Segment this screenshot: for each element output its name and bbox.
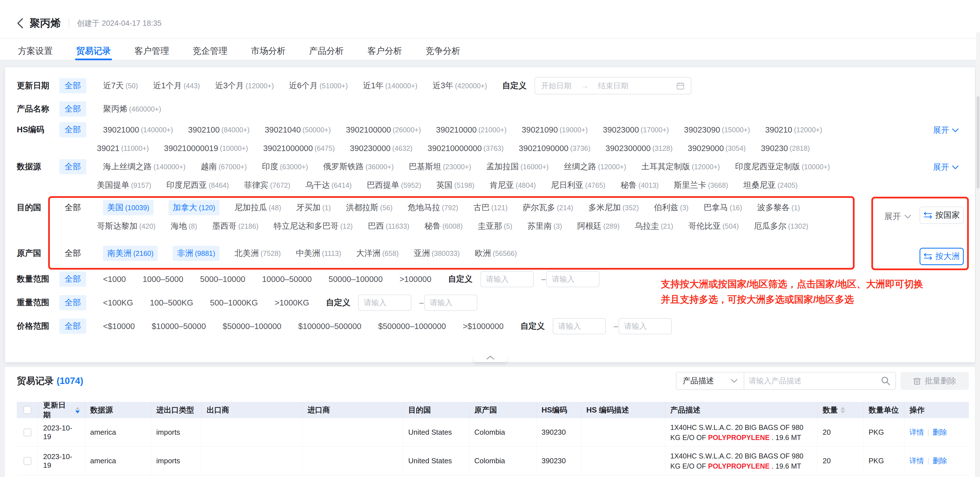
filter-option[interactable]: 390230(2818) xyxy=(761,144,810,153)
filter-option[interactable]: <100KG xyxy=(103,298,135,308)
switch-by-continent-button[interactable]: 按大洲 xyxy=(920,248,964,265)
filter-option[interactable]: 萨尔瓦多(214) xyxy=(523,202,573,213)
filter-option[interactable]: 乌拉圭(21) xyxy=(635,220,673,232)
filter-option[interactable]: 1000–5000 xyxy=(143,274,185,284)
filter-option[interactable]: 近7天(50) xyxy=(103,80,138,91)
tab-competition-analysis[interactable]: 竞争分析 xyxy=(425,42,461,60)
filter-option[interactable]: 印度(63000+) xyxy=(262,161,308,172)
filter-all-chip[interactable]: 全部 xyxy=(59,200,86,215)
filter-option[interactable]: 390230000(4632) xyxy=(350,144,412,153)
filter-option[interactable]: 39021000000(6475) xyxy=(263,144,335,153)
filter-all-chip[interactable]: 全部 xyxy=(59,159,86,174)
filter-option[interactable]: 印度尼西亚定制版(10000+) xyxy=(735,161,830,172)
filter-option[interactable]: 100–500KG xyxy=(150,298,195,308)
detail-link[interactable]: 详情 xyxy=(910,428,924,437)
filter-option[interactable]: 39021090000(3736) xyxy=(519,144,590,153)
custom-range-label[interactable]: 自定义 xyxy=(448,274,473,285)
filter-option[interactable]: 39021(11000+) xyxy=(97,144,149,153)
filter-option[interactable]: 39023000(17000+) xyxy=(603,125,669,134)
filter-option[interactable]: 坦桑尼亚(2405) xyxy=(743,180,798,191)
filter-all-chip[interactable]: 全部 xyxy=(59,78,86,93)
filter-option[interactable]: 洪都拉斯(56) xyxy=(346,202,393,213)
filter-option[interactable]: 哥伦比亚(504) xyxy=(688,220,739,232)
destination-expand-link[interactable]: 展开 xyxy=(884,211,911,222)
filter-option[interactable]: 伯利兹(3) xyxy=(654,202,689,213)
quantity-min-input[interactable] xyxy=(480,271,534,287)
filter-option[interactable]: 菲律宾(7672) xyxy=(244,180,290,191)
filter-option[interactable]: 土耳其定制版(12000+) xyxy=(641,161,720,172)
filter-option[interactable]: <$10000 xyxy=(103,322,137,331)
filter-option[interactable]: 海地(8) xyxy=(170,220,197,232)
filter-option[interactable]: 非洲(9881) xyxy=(173,246,219,261)
search-icon[interactable] xyxy=(881,376,890,386)
filter-option[interactable]: 危地马拉(792) xyxy=(408,202,458,213)
filter-option[interactable]: 巴西提单(5952) xyxy=(367,180,421,191)
filter-option[interactable]: 390210000019(10000+) xyxy=(164,144,248,153)
filter-option[interactable]: 390210000000(3763) xyxy=(428,144,504,153)
filter-option[interactable]: 39029000(3054) xyxy=(688,144,746,153)
filter-option[interactable]: 阿根廷(289) xyxy=(577,220,619,232)
filter-option[interactable]: 聚丙烯(460000+) xyxy=(103,104,161,115)
tab-market-analysis[interactable]: 市场分析 xyxy=(250,42,287,60)
filter-option[interactable]: 39023090(15000+) xyxy=(684,125,750,134)
filter-option[interactable]: 俄罗斯铁路(36000+) xyxy=(323,161,394,172)
filter-option[interactable]: 墨西哥(2186) xyxy=(212,220,258,232)
filter-option[interactable]: 5000–10000 xyxy=(200,274,247,284)
row-checkbox[interactable] xyxy=(24,457,31,465)
tab-trade-records[interactable]: 贸易记录 xyxy=(75,42,112,60)
filter-all-chip[interactable]: 全部 xyxy=(59,271,86,287)
filter-option[interactable]: 厄瓜多尔(1302) xyxy=(754,220,808,232)
filter-option[interactable]: 牙买加(1) xyxy=(296,202,331,213)
batch-delete-button[interactable]: 批量删除 xyxy=(900,372,969,390)
filter-option[interactable]: 近3个月(12000+) xyxy=(215,80,274,91)
filter-option[interactable]: 秘鲁(4013) xyxy=(620,180,659,191)
filter-option[interactable]: 3902100(84000+) xyxy=(188,125,250,134)
collapse-filter-panel-button[interactable] xyxy=(473,353,508,362)
start-date-input[interactable]: 开始日期 xyxy=(541,81,571,91)
filter-option[interactable]: 南美洲(2160) xyxy=(103,246,158,261)
column-header-quantity[interactable]: 数量 xyxy=(818,402,864,418)
filter-option[interactable]: 3902100000(26000+) xyxy=(346,125,421,134)
filter-option[interactable]: 巴西(11633) xyxy=(368,220,409,232)
filter-option[interactable]: 多米尼加(352) xyxy=(588,202,639,213)
filter-option[interactable]: 肯尼亚(4804) xyxy=(490,180,536,191)
filter-option[interactable]: 巴拿马(16) xyxy=(704,202,742,213)
filter-option[interactable]: 390210(12000+) xyxy=(765,125,822,134)
filter-option[interactable]: 500–1000KG xyxy=(210,298,259,308)
filter-option[interactable]: 近6个月(51000+) xyxy=(289,80,348,91)
filter-option[interactable]: 哥斯达黎加(420) xyxy=(97,220,155,232)
tab-customer-analysis[interactable]: 客户分析 xyxy=(366,42,403,60)
filter-option[interactable]: 海上丝绸之路(140000+) xyxy=(103,161,186,172)
filter-option[interactable]: $100000–500000 xyxy=(298,322,363,331)
filter-option[interactable]: 古巴(121) xyxy=(473,202,508,213)
filter-option[interactable]: 英国(5198) xyxy=(436,180,474,191)
sort-icons[interactable] xyxy=(75,407,80,413)
price-min-input[interactable] xyxy=(553,318,606,334)
back-chevron-icon[interactable] xyxy=(16,18,24,29)
filter-option[interactable]: 苏里南(3) xyxy=(528,220,562,232)
filter-option[interactable]: 近1年(140000+) xyxy=(363,80,417,91)
hs-code-expand-link[interactable]: 展开 xyxy=(933,125,959,136)
custom-range-label[interactable]: 自定义 xyxy=(520,321,545,332)
filter-option[interactable]: 美国(10039) xyxy=(103,200,153,215)
filter-option[interactable]: 近1个月(443) xyxy=(153,80,200,91)
filter-all-chip[interactable]: 全部 xyxy=(59,122,86,137)
filter-option[interactable]: >100000 xyxy=(399,274,433,284)
scrollbar[interactable] xyxy=(976,32,980,477)
filter-option[interactable]: 39021000(140000+) xyxy=(103,125,173,134)
tab-competitor-management[interactable]: 竞企管理 xyxy=(191,42,229,60)
filter-all-chip[interactable]: 全部 xyxy=(59,102,86,116)
filter-option[interactable]: 390210000(21000+) xyxy=(436,125,506,134)
filter-option[interactable]: 秘鲁(6008) xyxy=(425,220,463,232)
filter-option[interactable]: 圭亚那(5) xyxy=(478,220,512,232)
filter-option[interactable]: 美国提单(9157) xyxy=(97,180,151,191)
filter-option[interactable]: 亚洲(380033) xyxy=(414,248,460,259)
tab-customer-management[interactable]: 客户管理 xyxy=(133,42,170,60)
custom-range-label[interactable]: 自定义 xyxy=(502,80,527,91)
filter-option[interactable]: $50000–100000 xyxy=(223,322,283,331)
filter-option[interactable]: 近3年(420000+) xyxy=(433,80,487,91)
filter-option[interactable]: 39021040(50000+) xyxy=(265,125,331,134)
column-header-update-date[interactable]: 更新日期 xyxy=(38,402,85,418)
filter-option[interactable]: 斯里兰卡(3668) xyxy=(674,180,728,191)
delete-link[interactable]: 删除 xyxy=(933,428,947,437)
